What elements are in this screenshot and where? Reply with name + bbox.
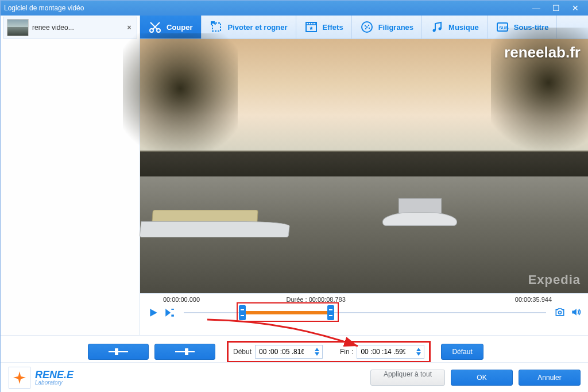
end-time-field[interactable] bbox=[359, 347, 407, 356]
svg-point-5 bbox=[364, 25, 365, 26]
play-export-button[interactable] bbox=[163, 306, 176, 319]
cancel-button[interactable]: Annuler bbox=[519, 370, 581, 386]
trim-start-handle[interactable] bbox=[239, 305, 246, 320]
end-time-label: Fin : bbox=[340, 348, 353, 356]
filigranes-icon bbox=[360, 20, 374, 34]
brand-logo-icon bbox=[9, 367, 30, 389]
file-tab-close-icon[interactable]: × bbox=[124, 22, 134, 33]
tab-effets[interactable]: Effets bbox=[296, 16, 352, 39]
svg-point-9 bbox=[366, 26, 368, 28]
volume-icon[interactable] bbox=[570, 306, 582, 320]
playback-controls: 00:00:00.000 Durée : 00:00:08.783 00:00:… bbox=[140, 293, 588, 335]
svg-point-10 bbox=[433, 29, 436, 32]
svg-rect-15 bbox=[171, 309, 174, 310]
trim-end-handle[interactable] bbox=[327, 305, 334, 320]
timeline-start-time: 00:00:00.000 bbox=[147, 296, 216, 303]
timeline-track[interactable] bbox=[184, 308, 546, 317]
apply-to-all-button[interactable]: Appliquer à tout bbox=[370, 370, 445, 386]
set-trim-start-button[interactable] bbox=[88, 344, 149, 360]
file-sidebar: renee video... × bbox=[1, 16, 140, 335]
watermark-source: Expedia bbox=[528, 272, 581, 287]
footer: RENE.E Laboratory Appliquer à tout OK An… bbox=[1, 362, 588, 392]
svg-rect-18 bbox=[115, 348, 118, 355]
set-trim-end-button[interactable] bbox=[154, 344, 215, 360]
svg-rect-14 bbox=[171, 314, 174, 316]
file-thumbnail bbox=[7, 19, 29, 36]
svg-point-8 bbox=[365, 28, 366, 29]
play-button[interactable] bbox=[147, 306, 160, 319]
end-time-spin-up-icon[interactable] bbox=[416, 347, 421, 352]
couper-icon bbox=[148, 20, 162, 34]
minimize-button[interactable]: — bbox=[527, 2, 546, 14]
file-name: renee video... bbox=[32, 24, 124, 32]
brand-name: RENE.E bbox=[35, 370, 74, 380]
ok-button[interactable]: OK bbox=[451, 370, 513, 386]
window-title: Logiciel de montage vidéo bbox=[4, 4, 527, 12]
tab-filigranes[interactable]: Filigranes bbox=[352, 16, 422, 39]
watermark-reneelab: reneelab.fr bbox=[504, 44, 581, 62]
end-time-spin-down-icon[interactable] bbox=[416, 352, 421, 356]
file-tab[interactable]: renee video... × bbox=[3, 17, 137, 39]
start-time-spin-up-icon[interactable] bbox=[314, 347, 320, 352]
svg-point-7 bbox=[368, 28, 369, 29]
end-time-input[interactable] bbox=[357, 345, 424, 359]
tab-label: Effets bbox=[323, 23, 343, 32]
time-range-group: Début Fin : bbox=[227, 341, 431, 363]
svg-point-11 bbox=[439, 28, 442, 30]
svg-point-16 bbox=[559, 311, 562, 314]
maximize-button[interactable]: ☐ bbox=[546, 2, 566, 14]
effets-icon bbox=[304, 20, 318, 34]
svg-point-6 bbox=[368, 25, 369, 26]
svg-rect-20 bbox=[185, 348, 188, 355]
start-time-spin-down-icon[interactable] bbox=[314, 352, 320, 356]
pivoter-icon bbox=[210, 20, 223, 34]
start-time-input[interactable] bbox=[255, 345, 323, 359]
video-preview[interactable]: reneelab.fr Expedia bbox=[140, 39, 588, 293]
brand-subtitle: Laboratory bbox=[35, 380, 74, 386]
reset-times-button[interactable]: Défaut bbox=[441, 344, 483, 360]
start-time-field[interactable] bbox=[258, 347, 305, 356]
title-bar: Logiciel de montage vidéo — ☐ ✕ bbox=[1, 1, 588, 16]
close-button[interactable]: ✕ bbox=[566, 2, 585, 14]
timeline-end-time: 00:00:35.944 bbox=[483, 296, 582, 303]
musique-icon bbox=[430, 20, 444, 34]
tab-label: Couper bbox=[167, 23, 193, 32]
tab-musique[interactable]: Musique bbox=[422, 16, 488, 39]
tab-label: Pivoter et rogner bbox=[228, 23, 288, 32]
svg-rect-2 bbox=[212, 23, 220, 31]
tab-label: Filigranes bbox=[378, 23, 413, 32]
tab-label: Musique bbox=[448, 23, 479, 32]
brand-logo: RENE.E Laboratory bbox=[9, 367, 74, 389]
start-time-label: Début bbox=[233, 348, 252, 356]
snapshot-icon[interactable] bbox=[554, 306, 566, 320]
